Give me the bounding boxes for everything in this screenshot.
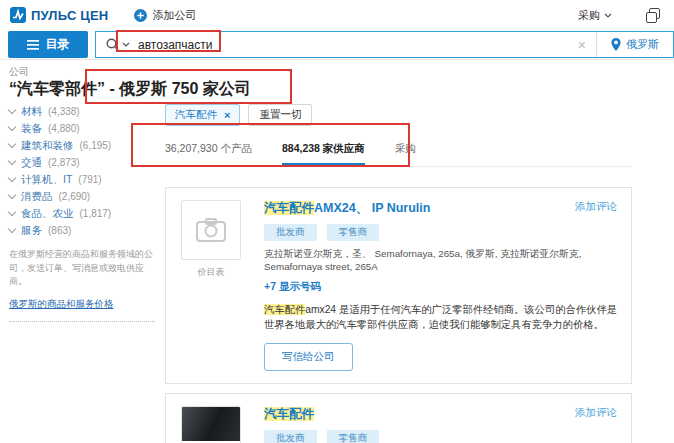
compare-copy-icon[interactable] [646, 8, 660, 23]
chevron-down-icon [604, 13, 612, 18]
location-label: 俄罗斯 [626, 37, 659, 52]
retailer-badge: 零售商 [327, 430, 380, 443]
chevron-down-icon [8, 174, 16, 182]
filter-chip-row: 汽车配件 × 重置一切 [165, 104, 632, 126]
sidebar-divider [9, 321, 155, 322]
filter-chip-auto-parts[interactable]: 汽车配件 × [165, 104, 240, 126]
category-sidebar: 材料(4,338) 装备(4,880) 建筑和装修(6,195) 交通(2,87… [9, 106, 159, 322]
tab-procurement[interactable]: 采购 [395, 138, 416, 166]
sidebar-item-equipment[interactable]: 装备(4,880) [9, 123, 159, 134]
top-bar: ПУЛЬС ЦЕН 添加公司 采购 [0, 0, 674, 30]
search-type-selector[interactable] [96, 38, 136, 51]
chevron-down-icon [8, 157, 16, 165]
write-to-company-button[interactable]: 写信给公司 [264, 343, 353, 371]
pulse-logo-icon [10, 7, 26, 23]
page-title: “汽车零部件” - 俄罗斯 750 家公司 [9, 79, 251, 100]
reset-all-button[interactable]: 重置一切 [248, 104, 312, 126]
camera-icon [196, 218, 226, 242]
sidebar-item-transport[interactable]: 交通(2,873) [9, 157, 159, 168]
catalog-label: 目录 [46, 36, 70, 53]
chevron-down-icon [8, 225, 16, 233]
wholesaler-badge: 批发商 [264, 430, 317, 443]
add-company-button[interactable]: 添加公司 [134, 8, 196, 23]
clear-search-icon[interactable]: × [568, 37, 596, 53]
retailer-badge: 零售商 [327, 224, 380, 241]
filter-chip-label: 汽车配件 [175, 108, 217, 122]
company-photo-placeholder[interactable] [181, 200, 241, 260]
map-pin-icon [611, 38, 621, 51]
page-title-query: “汽车零部件” [9, 80, 105, 97]
plus-circle-icon [134, 9, 147, 22]
chevron-down-icon [8, 191, 16, 199]
chevron-down-icon [8, 140, 16, 148]
supplier-card: 价目表 添加评论 汽车配件 批发商 零售商 十月镇村、嗯、 121、奥斯特罗夫齐… [165, 393, 632, 443]
sidebar-item-consumer-goods[interactable]: 消费品(2,690) [9, 191, 159, 202]
add-company-label: 添加公司 [152, 8, 196, 23]
sidebar-note: 在俄罗斯经营的商品和服务领域的公司，发送订单、写消息或致电供应商。 [9, 248, 159, 289]
company-description: 汽车配件amx24 是适用于任何汽车的广泛零部件经销商。该公司的合作伙伴是世界各… [264, 302, 617, 333]
tab-suppliers[interactable]: 884,238 家供应商 [282, 138, 365, 166]
location-picker[interactable]: 俄罗斯 [596, 32, 673, 57]
search-input[interactable] [136, 37, 568, 53]
wholesaler-badge: 批发商 [264, 224, 317, 241]
procurement-label: 采购 [578, 8, 600, 23]
add-review-link[interactable]: 添加评论 [575, 406, 617, 420]
company-title[interactable]: 汽车配件AMX24、 IP Nurulin [264, 200, 617, 217]
logo[interactable]: ПУЛЬС ЦЕН [10, 7, 108, 23]
tab-products[interactable]: 36,207,930 个产品 [165, 138, 252, 166]
search-box: × 俄罗斯 [95, 31, 674, 58]
search-icon [106, 38, 119, 51]
sidebar-item-materials[interactable]: 材料(4,338) [9, 106, 159, 117]
results-tabs: 36,207,930 个产品 884,238 家供应商 采购 [165, 138, 632, 167]
company-address: 克拉斯诺亚尔斯克，圣、 Semafornaya, 265a, 俄罗斯, 克拉斯诺… [264, 248, 617, 272]
add-review-link[interactable]: 添加评论 [575, 200, 617, 214]
company-title[interactable]: 汽车配件 [264, 406, 617, 423]
chevron-down-icon [8, 208, 16, 216]
chevron-down-icon [122, 42, 130, 47]
sidebar-item-services[interactable]: 服务(863) [9, 225, 159, 236]
page-title-suffix: - 俄罗斯 750 家公司 [105, 80, 251, 97]
company-photo-image [182, 407, 240, 441]
company-photo[interactable] [181, 406, 241, 443]
remove-filter-icon[interactable]: × [224, 109, 230, 121]
hamburger-icon [27, 40, 39, 50]
logo-text: ПУЛЬС ЦЕН [31, 8, 108, 23]
sidebar-item-construction[interactable]: 建筑和装修(6,195) [9, 140, 159, 151]
show-phone-link[interactable]: +7 显示号码 [264, 280, 617, 294]
sidebar-item-computers-it[interactable]: 计算机、IT(791) [9, 174, 159, 185]
procurement-dropdown[interactable]: 采购 [578, 8, 612, 23]
price-list-link[interactable]: 价目表 [181, 266, 241, 279]
search-row: 目录 × 俄罗斯 [0, 31, 674, 58]
prices-link[interactable]: 俄罗斯的商品和服务价格 [9, 298, 114, 311]
sidebar-item-food-agriculture[interactable]: 食品、农业(1,817) [9, 208, 159, 219]
breadcrumb[interactable]: 公司 [9, 65, 29, 79]
supplier-card: 价目表 添加评论 汽车配件AMX24、 IP Nurulin 批发商 零售商 克… [165, 187, 632, 384]
main-content: 汽车配件 × 重置一切 36,207,930 个产品 884,238 家供应商 … [165, 104, 632, 443]
chevron-down-icon [8, 106, 16, 114]
header-divider [0, 59, 674, 60]
catalog-button[interactable]: 目录 [8, 31, 88, 58]
chevron-down-icon [8, 123, 16, 131]
